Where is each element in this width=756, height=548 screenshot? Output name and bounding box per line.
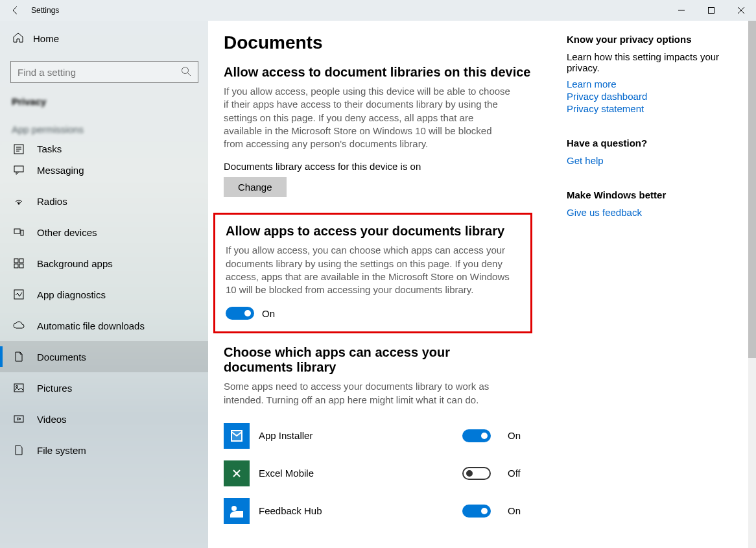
svg-rect-11 <box>14 290 23 299</box>
section2-heading: Allow apps to access your documents libr… <box>226 224 520 239</box>
nav-label: Background apps <box>37 258 113 269</box>
nav-item-documents[interactable]: Documents <box>0 341 208 372</box>
app-toggle-state: Off <box>508 468 527 479</box>
section2-description: If you allow access, you can choose whic… <box>226 244 511 296</box>
section1-description: If you allow access, people using this d… <box>224 85 512 150</box>
make-windows-better-heading: Make Windows better <box>567 189 735 200</box>
minimize-icon <box>678 7 685 14</box>
back-button[interactable] <box>0 0 31 21</box>
home-nav[interactable]: Home <box>0 25 208 52</box>
link-get-help[interactable]: Get help <box>567 155 735 166</box>
nav-item-pictures[interactable]: Pictures <box>0 372 208 403</box>
other-devices-icon <box>12 227 25 237</box>
content-scroll[interactable]: Documents Allow access to document libra… <box>208 21 567 548</box>
privacy-options-text: Learn how this setting impacts your priv… <box>567 51 735 73</box>
home-icon <box>12 32 24 45</box>
change-button[interactable]: Change <box>224 177 287 197</box>
svg-rect-5 <box>14 229 20 233</box>
minimize-button[interactable] <box>667 0 696 21</box>
scrollbar[interactable] <box>748 21 756 548</box>
page-title: Documents <box>224 32 548 53</box>
nav-item-radios[interactable]: Radios <box>0 185 208 217</box>
tasks-icon <box>12 144 25 154</box>
svg-rect-9 <box>14 264 18 268</box>
svg-rect-3 <box>14 166 23 172</box>
nav-label: Automatic file downloads <box>37 320 145 331</box>
excel-mobile-toggle[interactable] <box>462 467 491 480</box>
group-app-permissions: App permissions <box>0 111 208 137</box>
app-toggle-state: On <box>508 505 527 516</box>
nav-label: Pictures <box>37 383 72 394</box>
app-name: App Installer <box>259 430 453 441</box>
arrow-left-icon <box>10 5 21 16</box>
feedback-hub-toggle[interactable] <box>462 505 491 518</box>
home-label: Home <box>33 33 59 44</box>
section1-heading: Allow access to document libraries on th… <box>224 65 548 80</box>
content-area: Documents Allow access to document libra… <box>208 21 756 548</box>
nav-item-messaging[interactable]: Messaging <box>0 154 208 185</box>
nav-item-app-diagnostics[interactable]: App diagnostics <box>0 279 208 310</box>
nav-label: App diagnostics <box>37 289 106 300</box>
svg-rect-6 <box>21 230 23 235</box>
close-icon <box>738 7 744 14</box>
diagnostics-icon <box>12 289 25 300</box>
app-installer-toggle[interactable] <box>462 429 491 442</box>
maximize-icon <box>708 7 715 14</box>
nav-label: Videos <box>37 414 67 425</box>
svg-rect-10 <box>19 264 23 268</box>
nav-item-other-devices[interactable]: Other devices <box>0 217 208 248</box>
nav-list: Tasks Messaging Radios Other devices Bac… <box>0 137 208 548</box>
search-input[interactable] <box>10 61 198 83</box>
scrollbar-thumb[interactable] <box>748 21 756 358</box>
app-row-app-installer: App Installer On <box>224 417 548 455</box>
svg-rect-14 <box>14 416 23 422</box>
window-title: Settings <box>31 6 59 15</box>
cloud-download-icon <box>12 321 25 330</box>
titlebar: Settings <box>0 0 756 21</box>
right-column: Know your privacy options Learn how this… <box>567 21 748 548</box>
app-name: Excel Mobile <box>259 468 453 479</box>
nav-item-automatic-file-downloads[interactable]: Automatic file downloads <box>0 310 208 341</box>
videos-icon <box>12 414 25 424</box>
app-name: Feedback Hub <box>259 505 453 516</box>
sidebar: Home Privacy App permissions Tasks Messa… <box>0 21 208 548</box>
svg-point-13 <box>16 386 18 388</box>
link-privacy-dashboard[interactable]: Privacy dashboard <box>567 91 735 102</box>
documents-access-toggle-label: On <box>262 308 275 319</box>
nav-item-videos[interactable]: Videos <box>0 403 208 435</box>
nav-label: Tasks <box>37 143 62 154</box>
svg-point-4 <box>18 203 20 205</box>
privacy-options-heading: Know your privacy options <box>567 34 735 45</box>
file-system-icon <box>12 445 25 455</box>
svg-rect-0 <box>709 8 715 14</box>
documents-access-toggle[interactable] <box>226 307 254 320</box>
close-button[interactable] <box>726 0 756 21</box>
app-installer-icon <box>224 423 250 449</box>
settings-window: Settings Home <box>0 0 756 548</box>
nav-item-file-system[interactable]: File system <box>0 435 208 466</box>
pictures-icon <box>12 383 25 393</box>
messaging-icon <box>12 165 25 175</box>
nav-label: File system <box>37 445 86 456</box>
feedback-hub-icon <box>224 498 250 524</box>
link-learn-more[interactable]: Learn more <box>567 78 735 89</box>
excel-mobile-icon <box>224 460 250 486</box>
svg-rect-8 <box>19 259 23 263</box>
link-privacy-statement[interactable]: Privacy statement <box>567 103 735 114</box>
documents-icon <box>12 351 25 362</box>
section3-description: Some apps need to access your documents … <box>224 380 490 407</box>
maximize-button[interactable] <box>696 0 726 21</box>
nav-label: Documents <box>37 351 86 363</box>
section-privacy: Privacy <box>0 89 208 111</box>
section1-status: Documents library access for this device… <box>224 161 548 172</box>
nav-item-tasks[interactable]: Tasks <box>0 137 208 154</box>
nav-label: Messaging <box>37 165 84 176</box>
nav-item-background-apps[interactable]: Background apps <box>0 248 208 279</box>
background-apps-icon <box>12 258 25 268</box>
app-row-excel-mobile: Excel Mobile Off <box>224 455 548 492</box>
svg-point-17 <box>231 506 237 511</box>
link-give-feedback[interactable]: Give us feedback <box>567 207 735 218</box>
svg-rect-12 <box>14 384 23 392</box>
highlight-section: Allow apps to access your documents libr… <box>213 213 532 333</box>
section3-heading: Choose which apps can access your docume… <box>224 345 502 375</box>
